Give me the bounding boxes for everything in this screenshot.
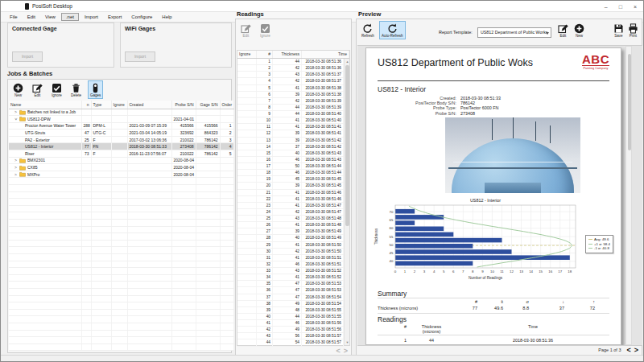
reading-row[interactable]: 6392018-03-30 08:51:38 (237, 92, 344, 98)
reading-row[interactable]: 17502018-03-30 08:51:44 (237, 163, 344, 170)
reading-row[interactable]: 5412018-03-30 08:51:38 (237, 85, 344, 92)
menu-item--net[interactable]: .net (61, 13, 79, 21)
ignore-button[interactable]: Ignore (49, 80, 64, 99)
readings-column-header[interactable]: Thickness (273, 51, 302, 58)
reading-row[interactable]: 4422018-03-30 08:51:37 (237, 78, 344, 84)
reading-row[interactable]: 26412018-03-30 08:51:48 (237, 222, 344, 228)
edit-button[interactable]: Edit (238, 21, 254, 39)
jobs-table-row[interactable]: >Batches not linked to a Job (9, 109, 233, 116)
menu-item-configure[interactable]: Configure (127, 14, 156, 20)
gages-button[interactable]: Gages (88, 80, 103, 99)
reading-row[interactable]: 37472018-03-30 08:51:54 (237, 294, 344, 301)
edit-button[interactable]: Edit (30, 80, 45, 99)
reading-row[interactable]: 3432018-03-30 08:51:37 (237, 72, 344, 78)
jobs-table-row[interactable]: >MXPro2020-08-04 (9, 171, 233, 178)
scrollbar-thumb[interactable] (628, 54, 631, 150)
reading-row[interactable]: 38492018-03-30 08:51:54 (237, 301, 344, 307)
reading-row[interactable]: 22412018-03-30 08:51:46 (237, 196, 344, 203)
ignore-button[interactable]: Ignore (258, 21, 273, 39)
scroll-up-icon[interactable]: ▲ (345, 59, 350, 64)
reading-row[interactable]: 12392018-03-30 08:51:41 (237, 130, 344, 137)
reading-row[interactable]: 44542018-03-30 08:51:57 (237, 339, 344, 346)
reading-row[interactable]: 43562018-03-30 08:51:57 (237, 333, 344, 339)
edit-template-button[interactable]: Edit (555, 21, 571, 39)
jobs-column-header[interactable]: Type (91, 101, 111, 109)
reading-row[interactable]: 31412018-03-30 08:51:51 (237, 255, 344, 261)
jobs-column-header[interactable]: Order (220, 101, 233, 109)
jobs-table-row[interactable]: Proctor Avenue Water Tower288DPM-L2021-0… (9, 122, 233, 130)
menu-item-edit[interactable]: Edit (23, 14, 39, 20)
wifi-import-button[interactable]: Import (125, 51, 155, 62)
reading-row[interactable]: 14372018-03-30 08:51:42 (237, 144, 344, 150)
jobs-table-row[interactable]: US812 - Interior77FN2018-03-30 08:51:332… (9, 143, 233, 150)
save-button[interactable]: Save (611, 21, 626, 39)
reading-row[interactable]: 42492018-03-30 08:51:56 (237, 327, 344, 333)
jobs-column-header[interactable]: Created (127, 101, 171, 109)
jobs-table-row[interactable]: Riser73F2016-11-23 07:56:072100227861425 (9, 150, 233, 158)
readings-next-button[interactable]: > (344, 347, 348, 355)
reading-row[interactable]: 33432018-03-30 08:51:52 (237, 268, 344, 274)
reading-row[interactable]: 29412018-03-30 08:51:50 (237, 242, 344, 249)
reading-row[interactable]: 10412018-03-30 08:51:40 (237, 117, 344, 124)
jobs-column-header[interactable]: Probe S/N (171, 101, 196, 109)
reading-row[interactable]: 36472018-03-30 08:51:53 (237, 287, 344, 294)
reading-row[interactable]: 2422018-03-30 08:51:36 (237, 65, 344, 72)
jobs-table-row[interactable]: UTG-Struts47UTG-C2021-03-04 14:05:193236… (9, 130, 233, 137)
reading-row[interactable]: 27392018-03-30 08:51:49 (237, 228, 344, 235)
menu-item-help[interactable]: Help (158, 14, 175, 20)
expander-icon[interactable]: > (14, 109, 18, 114)
jobs-column-header[interactable]: n (81, 101, 91, 109)
reading-row[interactable]: 23412018-03-30 08:51:47 (237, 203, 344, 209)
minimize-button[interactable]: – (605, 4, 608, 10)
jobs-column-header[interactable]: Ignore (111, 101, 127, 109)
expander-icon[interactable]: > (14, 117, 19, 121)
menu-item-export[interactable]: Export (104, 14, 126, 20)
reading-row[interactable]: 16462018-03-30 08:51:43 (237, 157, 344, 163)
reading-row[interactable]: 35472018-03-30 08:51:53 (237, 281, 344, 287)
reading-row[interactable]: 11412018-03-30 08:51:41 (237, 124, 344, 130)
readings-column-header[interactable]: Time (302, 51, 349, 58)
jobs-column-header[interactable]: Gage S/N (196, 101, 220, 109)
next-page-button[interactable]: > (634, 346, 638, 354)
readings-column-header[interactable]: Ignore (237, 51, 257, 58)
expander-icon[interactable]: > (14, 172, 18, 177)
jobs-table-row[interactable]: PA2 - Exterior25F2017-03-02 13:06:362100… (9, 136, 233, 143)
reading-row[interactable]: 32462018-03-30 08:51:51 (237, 261, 344, 268)
report-template-select[interactable]: US812 Department of Public Works (477, 27, 551, 38)
connected-import-button[interactable]: Import (12, 51, 43, 62)
new-button[interactable]: New (10, 80, 26, 99)
reading-row[interactable]: 41462018-03-30 08:51:56 (237, 320, 344, 327)
prev-page-button[interactable]: < (626, 346, 630, 354)
reading-row[interactable]: 19452018-03-30 08:51:45 (237, 176, 344, 183)
reading-row[interactable]: 9442018-03-30 08:51:40 (237, 111, 344, 117)
close-button[interactable]: × (634, 4, 637, 10)
reading-row[interactable]: 30422018-03-30 08:51:50 (237, 249, 344, 255)
menu-item-import[interactable]: Import (80, 14, 102, 20)
expander-icon[interactable]: > (14, 165, 18, 170)
print-button[interactable]: Print (625, 21, 641, 39)
jobs-column-header[interactable]: Name (9, 101, 81, 109)
reading-row[interactable]: 40442018-03-30 08:51:55 (237, 314, 344, 320)
jobs-table-row[interactable]: >BMX23012020-08-04 (9, 157, 233, 164)
expander-icon[interactable]: > (14, 158, 18, 162)
reading-row[interactable]: 25432018-03-30 08:51:48 (237, 216, 344, 222)
readings-scrollbar[interactable]: ▲ ▼ (344, 59, 349, 345)
readings-column-header[interactable]: # (257, 51, 273, 58)
menu-item-view[interactable]: View (41, 14, 60, 20)
reading-row[interactable]: 8442018-03-30 08:51:39 (237, 105, 344, 111)
scrollbar-thumb[interactable] (345, 65, 349, 226)
readings-prev-button[interactable]: < (336, 347, 340, 355)
delete-button[interactable]: Delete (68, 80, 84, 99)
auto-refresh-button[interactable]: Auto-Refresh (379, 21, 406, 39)
new-template-button[interactable]: New (572, 21, 587, 39)
reading-row[interactable]: 20392018-03-30 08:51:45 (237, 183, 344, 189)
reading-row[interactable]: 13392018-03-30 08:51:42 (237, 138, 344, 144)
reading-row[interactable]: 15402018-03-30 08:51:43 (237, 150, 344, 157)
reading-row[interactable]: 7422018-03-30 08:51:39 (237, 98, 344, 105)
scroll-down-icon[interactable]: ▼ (345, 339, 350, 345)
preview-scrollbar[interactable] (625, 46, 632, 345)
jobs-table-row[interactable]: >CX852020-08-04 (9, 164, 233, 171)
menu-item-file[interactable]: File (6, 14, 22, 20)
refresh-button[interactable]: Refresh (359, 21, 377, 39)
reading-row[interactable]: 18462018-03-30 08:51:44 (237, 170, 344, 176)
